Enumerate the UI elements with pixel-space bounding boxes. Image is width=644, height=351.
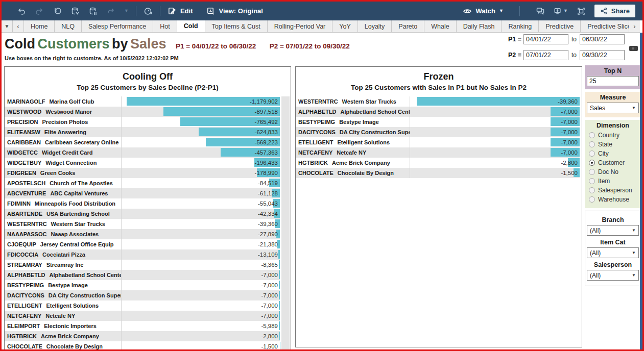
table-row[interactable]: ABARTENDEUSA Bartending School-42,334: [5, 209, 280, 219]
tab-ranking[interactable]: Ranking: [502, 20, 539, 32]
p2-end-input[interactable]: [580, 50, 625, 60]
value-bar[interactable]: [279, 260, 280, 269]
refresh-data-icon[interactable]: [70, 7, 80, 16]
table-row[interactable]: WESTWOODWestwood Manor-897,518: [5, 107, 280, 117]
table-row[interactable]: CHOCOLATEChocolate By Design-1,500: [296, 168, 580, 178]
tab-home[interactable]: Home: [24, 20, 55, 32]
bar-cell: -39,360: [410, 96, 580, 107]
table-row[interactable]: HGTBRICKAcme Brick Company-2,800: [296, 158, 580, 168]
tab-menu-caret[interactable]: ▼: [2, 20, 13, 32]
top-n-input[interactable]: [587, 76, 639, 86]
table-row[interactable]: WESTERNTRCWestern Star Trucks-39,360: [296, 96, 580, 107]
p1-end-input[interactable]: [580, 34, 625, 44]
chart-scrollbar[interactable]: [281, 96, 290, 351]
table-row[interactable]: FDIMINNMinneapolis Food Distribution-55,…: [5, 198, 280, 209]
comments-icon[interactable]: [536, 7, 545, 16]
forward-icon[interactable]: [106, 7, 115, 16]
dimension-radio-city[interactable]: City: [585, 149, 641, 158]
value-bar[interactable]: [278, 250, 280, 259]
table-row[interactable]: FDICOCCIACocciatari Pizza-13,109: [5, 249, 280, 260]
tab-scroll-right[interactable]: ›: [629, 20, 640, 32]
tab-predictive-sliced[interactable]: Predictive Sliced: [581, 20, 629, 32]
tab-nlq[interactable]: NLQ: [55, 20, 82, 32]
dimension-options: CountryStateCityCustomerDoc NoItemSalesp…: [585, 131, 641, 204]
value-bar[interactable]: [279, 291, 280, 299]
value-bar[interactable]: [279, 321, 280, 330]
dimension-radio-state[interactable]: State: [585, 140, 641, 149]
table-row[interactable]: WESTERNTRCWestern Star Trucks-39,360: [5, 219, 280, 229]
value-bar[interactable]: [279, 301, 280, 310]
dimension-radio-salesperson[interactable]: Salesperson: [585, 186, 641, 195]
table-row[interactable]: ELITEANSWElite Answering-624,833: [5, 127, 280, 137]
share-button[interactable]: Share: [594, 5, 635, 17]
table-row[interactable]: ELEIMPORTElectonic Importers-5,989: [5, 321, 280, 331]
table-row[interactable]: PRECISIONPrecision Photos-765,492: [5, 117, 280, 127]
fullscreen-icon[interactable]: [577, 7, 586, 16]
table-row[interactable]: ETELLIGENTEtelligent Solutions-7,000: [5, 300, 280, 311]
value-bar[interactable]: [279, 270, 280, 279]
dimension-radio-country[interactable]: Country: [585, 131, 641, 140]
measure-select[interactable]: Sales ▼: [587, 103, 639, 113]
table-row[interactable]: HGTBRICKAcme Brick Company-2,800: [5, 331, 280, 341]
tab-loyalty[interactable]: Loyalty: [358, 20, 392, 32]
table-row[interactable]: CJOEQUIPJersey Central Office Equip-21,3…: [5, 239, 280, 249]
table-row[interactable]: CHOCOLATEChocolate By Design-1,500: [5, 341, 280, 351]
table-row[interactable]: STREAMRAYStreamray Inc-8,365: [5, 260, 280, 270]
tab-predictive[interactable]: Predictive: [539, 20, 581, 32]
dimension-radio-item[interactable]: Item: [585, 177, 641, 186]
tab-whale[interactable]: Whale: [424, 20, 456, 32]
dimension-radio-customer[interactable]: Customer: [585, 158, 641, 167]
watch-menu[interactable]: Watch ▼: [463, 7, 503, 16]
table-row[interactable]: APOSTELSCHChurch of The Apostles-84,519: [5, 178, 280, 188]
table-row[interactable]: MARINAGOLFMarina Golf Club-1,179,902: [5, 96, 280, 107]
value-label: -765,492: [255, 117, 278, 127]
tab-rolling-period-var[interactable]: Rolling-Period Var: [268, 20, 333, 32]
edit-button[interactable]: Edit: [168, 7, 193, 16]
table-row[interactable]: ABCVENTUREABC Capital Ventures-61,128: [5, 188, 280, 198]
table-row[interactable]: NETCAFENYNetcafe NY-7,000: [5, 311, 280, 321]
item-cat-select[interactable]: (All) ▼: [587, 247, 639, 258]
tab-daily-flash[interactable]: Daily Flash: [457, 20, 502, 32]
table-row[interactable]: ALPHABETLDAlphabetland School Center-7,0…: [5, 270, 280, 280]
table-row[interactable]: DACITYCONSDA City Construction Supervi..…: [296, 127, 580, 137]
tab-yoy[interactable]: YoY: [332, 20, 357, 32]
table-row[interactable]: NAAAPASSOCNaaap Associates-27,890: [5, 229, 280, 239]
value-bar[interactable]: [279, 332, 280, 340]
tab-salesp-performance[interactable]: Salesp Performance: [82, 20, 153, 32]
table-row[interactable]: BESTYPEIMGBestype Image-7,000: [296, 117, 580, 127]
value-bar[interactable]: [417, 97, 580, 106]
drag-handle[interactable]: [629, 46, 638, 51]
download-icon[interactable]: ▼: [554, 7, 568, 16]
table-row[interactable]: DACITYCONSDA City Construction Superviso…: [5, 290, 280, 300]
table-row[interactable]: WIDGETCCWidget Credit Card-457,363: [5, 147, 280, 158]
tab-top-items-cust[interactable]: Top Items & Cust: [205, 20, 268, 32]
table-row[interactable]: WIDGETBUYWidget Connection-196,433: [5, 158, 280, 168]
tab-hot[interactable]: Hot: [153, 20, 177, 32]
dimension-radio-warehouse[interactable]: Warehouse: [585, 195, 641, 204]
p2-start-input[interactable]: [523, 50, 568, 60]
dimension-radio-doc-no[interactable]: Doc No: [585, 167, 641, 177]
branch-select[interactable]: (All) ▼: [587, 225, 639, 236]
table-row[interactable]: NETCAFENYNetcafe NY-7,000: [296, 147, 580, 158]
tab-scroll-left[interactable]: ‹: [13, 20, 24, 32]
table-row[interactable]: ALPHABETLDAlphabetland School Center-7,0…: [296, 107, 580, 117]
salesperson-select[interactable]: (All) ▼: [587, 270, 639, 281]
value-bar[interactable]: [279, 311, 280, 320]
radio-label: Item: [598, 178, 610, 185]
tab-pareto[interactable]: Pareto: [392, 20, 424, 32]
table-row[interactable]: ETELLIGENTEtelligent Solutions-7,000: [296, 137, 580, 147]
p1-start-input[interactable]: [523, 34, 568, 44]
metrics-icon[interactable]: [144, 7, 153, 16]
value-bar[interactable]: [279, 281, 280, 289]
table-row[interactable]: CARIBBEANCaribbean Secretary Online-569,…: [5, 137, 280, 147]
undo-icon[interactable]: [17, 7, 26, 16]
dropdown-caret-icon[interactable]: ▼: [124, 9, 129, 13]
table-row[interactable]: BESTYPEIMGBestype Image-7,000: [5, 280, 280, 290]
tab-cold[interactable]: Cold: [177, 20, 205, 32]
view-button[interactable]: View: Original: [206, 7, 263, 16]
revert-icon[interactable]: [53, 7, 62, 16]
table-row[interactable]: FDIGREENGreen Cooks-178,990: [5, 168, 280, 178]
redo-icon[interactable]: [35, 7, 44, 16]
bar-cell: -2,800: [122, 331, 280, 341]
pause-updates-icon[interactable]: [88, 7, 98, 16]
